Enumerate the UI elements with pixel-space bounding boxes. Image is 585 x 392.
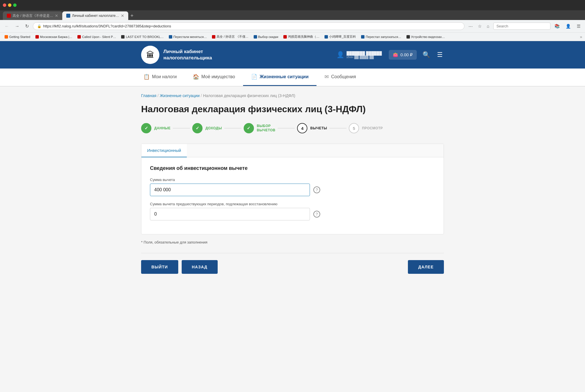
site-nav: 📋 Мои налоги 🏠 Моё имущество 📄 Жизненные…: [0, 69, 585, 87]
header-menu-button[interactable]: ☰: [436, 50, 444, 60]
user-avatar-icon: 👤: [336, 51, 344, 59]
bookmark-choice[interactable]: Выбор скидки: [252, 35, 280, 39]
tab-youtube-close[interactable]: ✕: [55, 13, 58, 18]
step-5-circle: 5: [349, 123, 359, 133]
bookmark-gaoquan[interactable]: 高全 / 孙语言 《不僅…: [210, 34, 250, 39]
bookmark-favicon-9: [361, 35, 364, 39]
bookmark-called-upon[interactable]: Called Upon - Silent P…: [76, 35, 118, 39]
bookmark-favicon-0: [5, 35, 8, 39]
bookmark-button[interactable]: ☆: [476, 23, 483, 30]
nav-label-life: Жизненные ситуации: [260, 74, 308, 79]
breadcrumb-home[interactable]: Главная: [141, 93, 156, 98]
nav-label-messages: Сообщения: [331, 74, 356, 79]
bookmarks-more[interactable]: »: [580, 35, 582, 39]
logo-circle: 🏛: [141, 46, 159, 64]
browser-chrome: 高全 / 孙语言《不停是是… ✕ Личный кабинет налоплат…: [0, 0, 585, 41]
step-connector-2: [224, 128, 241, 128]
nav-item-messages[interactable]: ✉ Сообщения: [316, 69, 364, 86]
field-sum-input[interactable]: [150, 184, 310, 196]
tab-nalog-close[interactable]: ✕: [121, 13, 124, 18]
extensions-button[interactable]: ⋯: [467, 23, 474, 30]
home-button[interactable]: ⌂: [485, 23, 491, 30]
breadcrumb-sep-1: /: [157, 93, 159, 98]
field-sum-label: Сумма вычета: [150, 178, 435, 182]
bookmark-favicon-3: [121, 35, 125, 39]
nav-icon-property: 🏠: [193, 74, 199, 80]
balance-area[interactable]: 👛 0.00 ₽: [389, 50, 417, 60]
step-4: 4 ВЫЧЕТЫ: [297, 123, 327, 133]
nav-label-property: Моё имущество: [201, 74, 235, 79]
nalog-favicon: [66, 14, 70, 18]
divider: [141, 253, 444, 253]
form-body: Сведения об инвестиционном вычете Сумма …: [141, 157, 444, 234]
field-sum-help[interactable]: ?: [313, 186, 320, 193]
step-connector-3: [278, 128, 295, 128]
next-button[interactable]: ДАЛЕЕ: [408, 260, 444, 274]
back-button-form[interactable]: НАЗАД: [182, 260, 218, 274]
library-button[interactable]: 📚: [553, 23, 562, 30]
back-button[interactable]: ←: [3, 23, 11, 30]
browser-tab-nalog[interactable]: Личный кабинет налоплате… ✕: [62, 11, 128, 20]
bookmark-getting-started[interactable]: Getting Started: [3, 35, 32, 39]
reload-button[interactable]: ↻: [23, 22, 31, 30]
step-5: 5 ПРОСМОТР: [349, 123, 383, 133]
nav-item-life-situations[interactable]: 📄 Жизненные ситуации: [243, 69, 316, 86]
bookmark-favicon-5: [212, 35, 215, 39]
browser-titlebar: [0, 0, 585, 10]
bookmark-favicon-1: [35, 35, 39, 39]
bookmark-favicon-7: [283, 35, 287, 39]
bookmark-song[interactable]: 鸿授昆墙洗脑神曲（…: [282, 34, 321, 39]
bookmark-last-exit[interactable]: LAST EXIT TO BROOKL…: [119, 35, 165, 39]
forward-button[interactable]: →: [13, 23, 21, 30]
step-1: ✓ ДАННЫЕ: [141, 123, 171, 133]
user-inn: ИНН ██ ████ ██: [346, 55, 382, 59]
header-search-button[interactable]: 🔍: [421, 50, 431, 60]
logo-text: Личный кабинет налогоплательщика: [163, 49, 212, 61]
bookmark-perestalz[interactable]: Перестал запускаться…: [359, 35, 403, 39]
bookmark-perestali[interactable]: Перестали меняться…: [167, 35, 209, 39]
step-3-label: ВЫБОР ВЫЧЕТОВ: [257, 124, 275, 133]
step-connector-1: [173, 128, 190, 128]
logo-text-line1: Личный кабинет: [163, 49, 212, 55]
logo-text-line2: налогоплательщика: [163, 55, 212, 61]
bookmark-ustr[interactable]: Устройство видеозах…: [405, 35, 447, 39]
user-info: 👤 ███████ ██████ ИНН ██ ████ ██: [336, 51, 382, 59]
bookmarks-bar: Getting Started Московская Биржа |… Call…: [0, 33, 585, 41]
step-4-label: ВЫЧЕТЫ: [310, 126, 327, 131]
nav-icon-taxes: 📋: [143, 74, 150, 80]
bookmark-xiaoji[interactable]: 小鸡啤啤_百度百科: [323, 34, 358, 39]
form-group-sum: Сумма вычета ?: [150, 178, 435, 196]
browser-toolbar: ← → ↻ 🔒 https://lkfl2.nalog.ru/lkfl/situ…: [0, 20, 585, 33]
browser-tab-bar: 高全 / 孙语言《不停是是… ✕ Личный кабинет налоплат…: [0, 10, 585, 20]
steps: ✓ ДАННЫЕ ✓ ДОХОДЫ ✓ ВЫБОР ВЫЧЕТОВ 4 ВЫЧЕ…: [141, 123, 444, 133]
nav-item-my-taxes[interactable]: 📋 Мои налоги: [135, 69, 185, 86]
field-sum-row: ?: [150, 184, 435, 196]
balance-value: 0.00 ₽: [400, 52, 413, 57]
profile-button[interactable]: 👤: [564, 23, 573, 30]
header-actions: 👛 0.00 ₽ 🔍 ☰: [389, 50, 444, 60]
form-section-title: Сведения об инвестиционном вычете: [150, 165, 435, 171]
site-header: 🏛 Личный кабинет налогоплательщика 👤 ███…: [0, 41, 585, 69]
user-name: ███████ ██████: [346, 51, 382, 55]
browser-tab-youtube[interactable]: 高全 / 孙语言《不停是是… ✕: [3, 11, 62, 20]
menu-button[interactable]: ☰: [575, 23, 582, 30]
main-content: Главная / Жизненные ситуации / Налоговая…: [135, 87, 450, 285]
browser-search-input[interactable]: [493, 23, 550, 30]
address-bar[interactable]: 🔒 https://lkfl2.nalog.ru/lkfl/situations…: [33, 22, 464, 30]
form-group-prev-sum: Сумма вычета предшествующих периодов, по…: [150, 202, 435, 220]
new-tab-button[interactable]: +: [128, 12, 136, 20]
nav-item-my-property[interactable]: 🏠 Моё имущество: [185, 69, 243, 86]
breadcrumb-life-situations[interactable]: Жизненные ситуации: [160, 93, 200, 98]
step-4-circle: 4: [297, 123, 307, 133]
tab-investment[interactable]: Инвестиционный: [141, 144, 187, 157]
field-prev-sum-input[interactable]: [150, 208, 310, 220]
toolbar-actions: ⋯ ☆ ⌂: [467, 23, 491, 30]
bookmark-favicon-8: [324, 35, 328, 39]
step-1-circle: ✓: [141, 123, 151, 133]
exit-button[interactable]: ВЫЙТИ: [141, 260, 178, 274]
bookmark-moex[interactable]: Московская Биржа |…: [34, 35, 74, 39]
lock-icon: 🔒: [37, 24, 41, 28]
bookmark-favicon-6: [254, 35, 257, 39]
bookmark-favicon-4: [169, 35, 172, 39]
field-prev-sum-help[interactable]: ?: [313, 211, 320, 218]
